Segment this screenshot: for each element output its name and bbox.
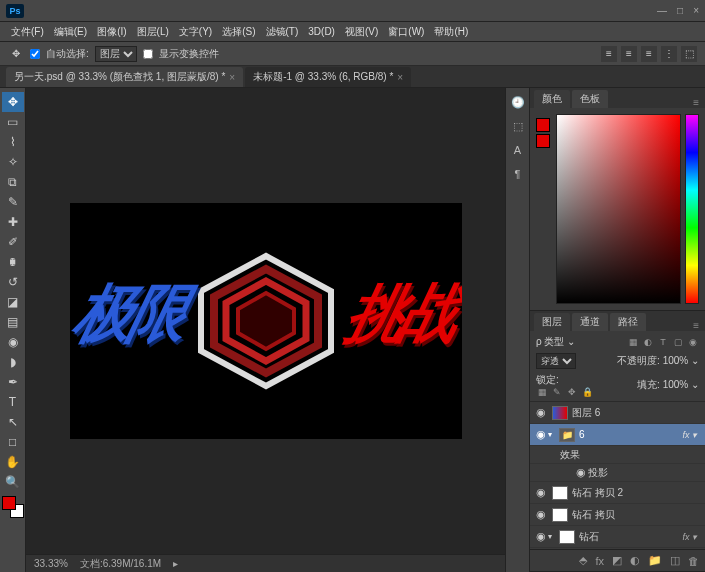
history-panel-icon[interactable]: 🕘: [510, 94, 526, 110]
brush-tool[interactable]: ✐: [2, 232, 24, 252]
distribute-icon[interactable]: ⋮: [661, 46, 677, 62]
menu-3d[interactable]: 3D(D): [303, 26, 340, 37]
align-left-icon[interactable]: ≡: [601, 46, 617, 62]
opacity-value[interactable]: 100%: [663, 355, 689, 366]
marquee-tool[interactable]: ▭: [2, 112, 24, 132]
menu-view[interactable]: 视图(V): [340, 25, 383, 39]
menu-help[interactable]: 帮助(H): [429, 25, 473, 39]
document-tab[interactable]: 另一天.psd @ 33.3% (颜色查找 1, 图层蒙版/8) * ×: [6, 67, 243, 87]
menu-file[interactable]: 文件(F): [6, 25, 49, 39]
new-group-icon[interactable]: 📁: [648, 554, 662, 567]
zoom-tool[interactable]: 🔍: [2, 472, 24, 492]
adjustment-layer-icon[interactable]: ◐: [630, 554, 640, 567]
color-tab[interactable]: 颜色: [534, 90, 570, 108]
layer-row[interactable]: ◉ 钻石 拷贝 2: [530, 482, 705, 504]
align-center-icon[interactable]: ≡: [621, 46, 637, 62]
layer-name[interactable]: 钻石 拷贝 2: [572, 486, 701, 500]
canvas-area[interactable]: 极限 挑战: [26, 88, 505, 554]
menu-window[interactable]: 窗口(W): [383, 25, 429, 39]
visibility-icon[interactable]: ◉: [534, 486, 548, 499]
layer-row[interactable]: ◉ 钻石 拷贝: [530, 504, 705, 526]
visibility-icon[interactable]: ◉: [534, 508, 548, 521]
layer-thumb[interactable]: [552, 406, 568, 420]
menu-layer[interactable]: 图层(L): [132, 25, 174, 39]
type-tool[interactable]: T: [2, 392, 24, 412]
panel-foreground-swatch[interactable]: [536, 118, 550, 132]
zoom-level[interactable]: 33.33%: [34, 558, 68, 569]
history-brush-tool[interactable]: ↺: [2, 272, 24, 292]
group-thumb[interactable]: 📁: [559, 428, 575, 442]
layer-row[interactable]: ◉ ▾ 钻石 fx ▾: [530, 526, 705, 548]
lock-icons[interactable]: ▦✎✥🔒: [536, 387, 593, 397]
window-maximize[interactable]: □: [677, 5, 683, 16]
window-close[interactable]: ×: [693, 5, 699, 16]
move-tool[interactable]: ✥: [2, 92, 24, 112]
hand-tool[interactable]: ✋: [2, 452, 24, 472]
menu-select[interactable]: 选择(S): [217, 25, 260, 39]
layers-tab[interactable]: 图层: [534, 313, 570, 331]
fx-header-row[interactable]: 效果: [530, 446, 705, 464]
layer-thumb[interactable]: [559, 530, 575, 544]
channels-tab[interactable]: 通道: [572, 313, 608, 331]
clone-stamp-tool[interactable]: ⧯: [2, 252, 24, 272]
dodge-tool[interactable]: ◗: [2, 352, 24, 372]
show-transform-checkbox[interactable]: [143, 49, 153, 59]
menu-edit[interactable]: 编辑(E): [49, 25, 92, 39]
expand-icon[interactable]: ▾: [548, 430, 555, 439]
link-layers-icon[interactable]: ⬘: [579, 554, 587, 567]
fx-item-row[interactable]: ◉ 投影: [530, 464, 705, 482]
saturation-value-picker[interactable]: [556, 114, 681, 304]
blend-mode-dropdown[interactable]: 穿透: [536, 353, 576, 369]
visibility-icon[interactable]: ◉: [534, 406, 548, 419]
paragraph-panel-icon[interactable]: ¶: [510, 166, 526, 182]
layer-fx-icon[interactable]: fx: [595, 555, 604, 567]
color-swatches[interactable]: [2, 496, 24, 518]
layer-thumb[interactable]: [552, 486, 568, 500]
path-selection-tool[interactable]: ↖: [2, 412, 24, 432]
layer-group-row[interactable]: ◉ ▾ 📁 6 fx ▾: [530, 424, 705, 446]
hue-slider[interactable]: [685, 114, 699, 304]
menu-image[interactable]: 图像(I): [92, 25, 131, 39]
foreground-color-swatch[interactable]: [2, 496, 16, 510]
menu-type[interactable]: 文字(Y): [174, 25, 217, 39]
close-tab-icon[interactable]: ×: [397, 72, 403, 83]
eyedropper-tool[interactable]: ✎: [2, 192, 24, 212]
menu-filter[interactable]: 滤镜(T): [261, 25, 304, 39]
artboard[interactable]: 极限 挑战: [70, 203, 462, 439]
fill-value[interactable]: 100%: [663, 379, 689, 390]
crop-tool[interactable]: ⧉: [2, 172, 24, 192]
fx-badge[interactable]: fx ▾: [678, 430, 701, 440]
layer-name[interactable]: 6: [579, 429, 678, 440]
auto-select-checkbox[interactable]: [30, 49, 40, 59]
document-info[interactable]: 文档:6.39M/16.1M: [80, 557, 161, 571]
rectangle-tool[interactable]: □: [2, 432, 24, 452]
panel-background-swatch[interactable]: [536, 134, 550, 148]
panel-menu-icon[interactable]: ≡: [687, 97, 705, 108]
layer-name[interactable]: 钻石: [579, 530, 678, 544]
lasso-tool[interactable]: ⌇: [2, 132, 24, 152]
auto-select-dropdown[interactable]: 图层: [95, 46, 137, 62]
close-tab-icon[interactable]: ×: [229, 72, 235, 83]
visibility-icon[interactable]: ◉: [574, 466, 588, 479]
align-right-icon[interactable]: ≡: [641, 46, 657, 62]
layer-row[interactable]: ◉ 图层 6: [530, 402, 705, 424]
properties-panel-icon[interactable]: ⬚: [510, 118, 526, 134]
pen-tool[interactable]: ✒: [2, 372, 24, 392]
character-panel-icon[interactable]: A: [510, 142, 526, 158]
blur-tool[interactable]: ◉: [2, 332, 24, 352]
layer-list[interactable]: ◉ 图层 6 ◉ ▾ 📁 6 fx ▾: [530, 402, 705, 549]
3d-mode-icon[interactable]: ⬚: [681, 46, 697, 62]
magic-wand-tool[interactable]: ✧: [2, 152, 24, 172]
gradient-tool[interactable]: ▤: [2, 312, 24, 332]
window-minimize[interactable]: —: [657, 5, 667, 16]
new-layer-icon[interactable]: ◫: [670, 554, 680, 567]
swatches-tab[interactable]: 色板: [572, 90, 608, 108]
visibility-icon[interactable]: ◉: [534, 530, 548, 543]
healing-brush-tool[interactable]: ✚: [2, 212, 24, 232]
paths-tab[interactable]: 路径: [610, 313, 646, 331]
layer-name[interactable]: 钻石 拷贝: [572, 508, 701, 522]
layer-name[interactable]: 图层 6: [572, 406, 701, 420]
layer-filter-icons[interactable]: ▦◐T▢◉: [627, 337, 699, 347]
visibility-icon[interactable]: ◉: [534, 428, 548, 441]
fx-badge[interactable]: fx ▾: [678, 532, 701, 542]
